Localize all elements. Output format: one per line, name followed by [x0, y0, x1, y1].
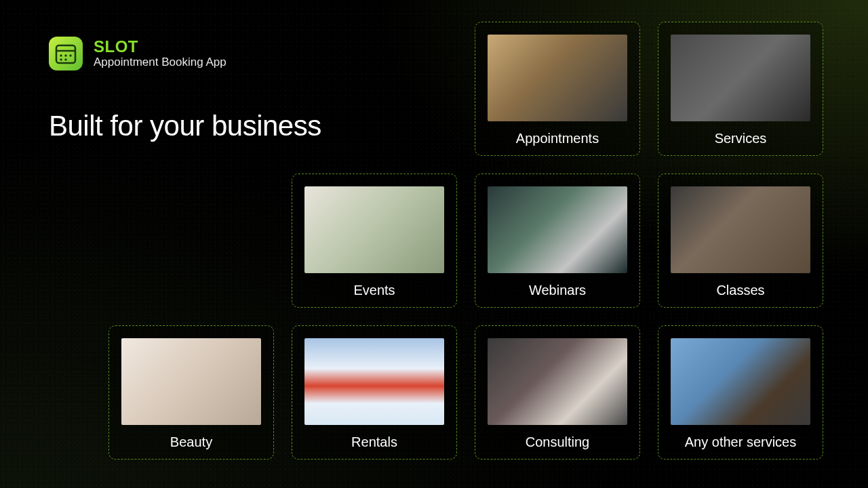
grid-row-3: Beauty Rentals Consulting Any other serv… — [108, 325, 823, 460]
card-label: Classes — [716, 283, 764, 298]
card-label: Rentals — [351, 434, 397, 450]
card-label: Webinars — [529, 283, 586, 298]
grid-row-2: Events Webinars Classes — [292, 174, 823, 308]
card-label: Events — [353, 283, 395, 298]
svg-point-3 — [64, 54, 66, 56]
card-classes[interactable]: Classes — [658, 174, 823, 308]
card-image-beauty — [121, 338, 261, 425]
card-image-webinars — [488, 186, 627, 273]
svg-point-5 — [64, 58, 66, 60]
card-image-appointments — [488, 35, 627, 121]
card-image-services — [671, 35, 810, 121]
card-image-any-other — [671, 338, 810, 425]
card-rentals[interactable]: Rentals — [292, 325, 457, 460]
card-label: Any other services — [685, 434, 797, 450]
card-label: Services — [715, 131, 767, 146]
card-label: Consulting — [526, 434, 590, 450]
category-grid: Appointments Services Events Webinars Cl… — [71, 22, 823, 460]
card-image-consulting — [488, 338, 627, 425]
card-image-events — [304, 186, 444, 273]
card-webinars[interactable]: Webinars — [475, 174, 640, 308]
svg-point-4 — [60, 58, 62, 60]
card-consulting[interactable]: Consulting — [475, 325, 640, 460]
svg-point-2 — [60, 54, 62, 56]
card-label: Appointments — [516, 131, 599, 146]
card-any-other[interactable]: Any other services — [658, 325, 823, 460]
card-beauty[interactable]: Beauty — [108, 325, 274, 460]
card-image-classes — [671, 186, 810, 273]
grid-row-1: Appointments Services — [475, 22, 823, 156]
card-appointments[interactable]: Appointments — [475, 22, 640, 156]
card-label: Beauty — [170, 434, 212, 450]
card-events[interactable]: Events — [292, 174, 457, 308]
card-image-rentals — [304, 338, 444, 425]
card-services[interactable]: Services — [658, 22, 823, 156]
